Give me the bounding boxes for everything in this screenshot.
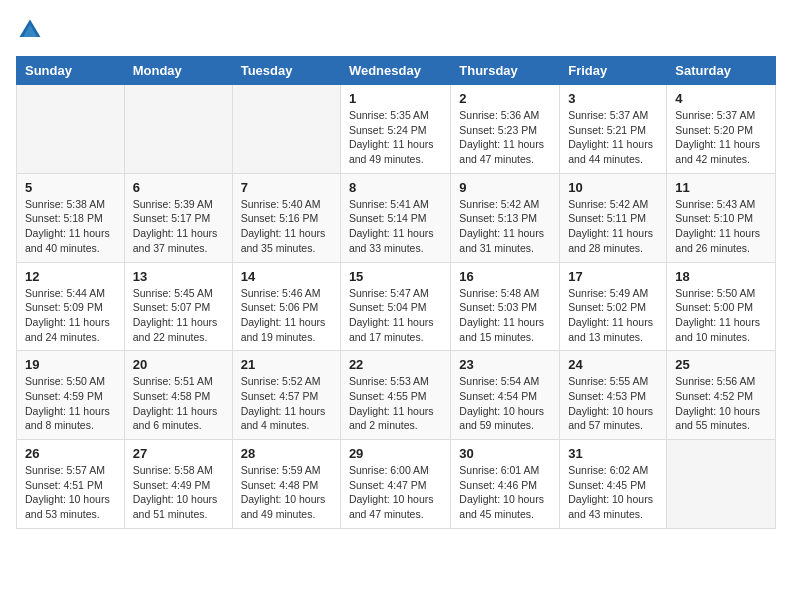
day-info: Sunrise: 5:48 AM Sunset: 5:03 PM Dayligh… [459,286,551,345]
calendar-cell: 23Sunrise: 5:54 AM Sunset: 4:54 PM Dayli… [451,351,560,440]
calendar-cell: 15Sunrise: 5:47 AM Sunset: 5:04 PM Dayli… [340,262,450,351]
day-number: 17 [568,269,658,284]
day-info: Sunrise: 6:00 AM Sunset: 4:47 PM Dayligh… [349,463,442,522]
day-info: Sunrise: 5:50 AM Sunset: 5:00 PM Dayligh… [675,286,767,345]
calendar-cell: 29Sunrise: 6:00 AM Sunset: 4:47 PM Dayli… [340,440,450,529]
calendar-cell: 26Sunrise: 5:57 AM Sunset: 4:51 PM Dayli… [17,440,125,529]
day-info: Sunrise: 5:35 AM Sunset: 5:24 PM Dayligh… [349,108,442,167]
calendar-cell: 25Sunrise: 5:56 AM Sunset: 4:52 PM Dayli… [667,351,776,440]
day-header-monday: Monday [124,57,232,85]
calendar-cell: 8Sunrise: 5:41 AM Sunset: 5:14 PM Daylig… [340,173,450,262]
calendar-cell: 1Sunrise: 5:35 AM Sunset: 5:24 PM Daylig… [340,85,450,174]
day-number: 7 [241,180,332,195]
day-info: Sunrise: 5:42 AM Sunset: 5:13 PM Dayligh… [459,197,551,256]
day-header-wednesday: Wednesday [340,57,450,85]
logo-icon [16,16,44,44]
calendar-cell: 9Sunrise: 5:42 AM Sunset: 5:13 PM Daylig… [451,173,560,262]
day-info: Sunrise: 5:50 AM Sunset: 4:59 PM Dayligh… [25,374,116,433]
day-number: 12 [25,269,116,284]
day-info: Sunrise: 5:59 AM Sunset: 4:48 PM Dayligh… [241,463,332,522]
calendar-table: SundayMondayTuesdayWednesdayThursdayFrid… [16,56,776,529]
calendar-cell [667,440,776,529]
calendar-cell: 20Sunrise: 5:51 AM Sunset: 4:58 PM Dayli… [124,351,232,440]
day-info: Sunrise: 5:38 AM Sunset: 5:18 PM Dayligh… [25,197,116,256]
day-info: Sunrise: 5:46 AM Sunset: 5:06 PM Dayligh… [241,286,332,345]
day-info: Sunrise: 5:54 AM Sunset: 4:54 PM Dayligh… [459,374,551,433]
day-number: 29 [349,446,442,461]
day-number: 22 [349,357,442,372]
day-info: Sunrise: 5:40 AM Sunset: 5:16 PM Dayligh… [241,197,332,256]
calendar-cell [124,85,232,174]
calendar-cell: 10Sunrise: 5:42 AM Sunset: 5:11 PM Dayli… [560,173,667,262]
day-info: Sunrise: 5:43 AM Sunset: 5:10 PM Dayligh… [675,197,767,256]
day-info: Sunrise: 5:36 AM Sunset: 5:23 PM Dayligh… [459,108,551,167]
calendar-cell: 16Sunrise: 5:48 AM Sunset: 5:03 PM Dayli… [451,262,560,351]
day-header-saturday: Saturday [667,57,776,85]
calendar-header-row: SundayMondayTuesdayWednesdayThursdayFrid… [17,57,776,85]
day-number: 4 [675,91,767,106]
calendar-week-2: 5Sunrise: 5:38 AM Sunset: 5:18 PM Daylig… [17,173,776,262]
calendar-week-4: 19Sunrise: 5:50 AM Sunset: 4:59 PM Dayli… [17,351,776,440]
calendar-cell: 30Sunrise: 6:01 AM Sunset: 4:46 PM Dayli… [451,440,560,529]
day-info: Sunrise: 5:45 AM Sunset: 5:07 PM Dayligh… [133,286,224,345]
day-info: Sunrise: 5:37 AM Sunset: 5:21 PM Dayligh… [568,108,658,167]
day-info: Sunrise: 5:53 AM Sunset: 4:55 PM Dayligh… [349,374,442,433]
calendar-cell: 4Sunrise: 5:37 AM Sunset: 5:20 PM Daylig… [667,85,776,174]
day-number: 11 [675,180,767,195]
day-number: 2 [459,91,551,106]
day-header-thursday: Thursday [451,57,560,85]
day-info: Sunrise: 5:52 AM Sunset: 4:57 PM Dayligh… [241,374,332,433]
day-number: 1 [349,91,442,106]
calendar-cell: 5Sunrise: 5:38 AM Sunset: 5:18 PM Daylig… [17,173,125,262]
day-info: Sunrise: 5:39 AM Sunset: 5:17 PM Dayligh… [133,197,224,256]
calendar-cell: 19Sunrise: 5:50 AM Sunset: 4:59 PM Dayli… [17,351,125,440]
calendar-cell: 14Sunrise: 5:46 AM Sunset: 5:06 PM Dayli… [232,262,340,351]
calendar-cell: 7Sunrise: 5:40 AM Sunset: 5:16 PM Daylig… [232,173,340,262]
day-number: 5 [25,180,116,195]
day-info: Sunrise: 6:01 AM Sunset: 4:46 PM Dayligh… [459,463,551,522]
day-info: Sunrise: 5:42 AM Sunset: 5:11 PM Dayligh… [568,197,658,256]
day-header-sunday: Sunday [17,57,125,85]
page-header [16,16,776,44]
calendar-cell: 31Sunrise: 6:02 AM Sunset: 4:45 PM Dayli… [560,440,667,529]
calendar-cell: 24Sunrise: 5:55 AM Sunset: 4:53 PM Dayli… [560,351,667,440]
day-number: 27 [133,446,224,461]
day-number: 30 [459,446,551,461]
day-number: 10 [568,180,658,195]
day-number: 25 [675,357,767,372]
day-info: Sunrise: 5:41 AM Sunset: 5:14 PM Dayligh… [349,197,442,256]
calendar-cell [17,85,125,174]
day-number: 20 [133,357,224,372]
calendar-cell: 2Sunrise: 5:36 AM Sunset: 5:23 PM Daylig… [451,85,560,174]
day-header-friday: Friday [560,57,667,85]
day-info: Sunrise: 5:49 AM Sunset: 5:02 PM Dayligh… [568,286,658,345]
day-header-tuesday: Tuesday [232,57,340,85]
calendar-cell: 27Sunrise: 5:58 AM Sunset: 4:49 PM Dayli… [124,440,232,529]
day-number: 15 [349,269,442,284]
calendar-cell: 6Sunrise: 5:39 AM Sunset: 5:17 PM Daylig… [124,173,232,262]
calendar-cell: 12Sunrise: 5:44 AM Sunset: 5:09 PM Dayli… [17,262,125,351]
day-number: 8 [349,180,442,195]
calendar-cell: 28Sunrise: 5:59 AM Sunset: 4:48 PM Dayli… [232,440,340,529]
calendar-cell [232,85,340,174]
day-number: 6 [133,180,224,195]
day-info: Sunrise: 5:47 AM Sunset: 5:04 PM Dayligh… [349,286,442,345]
day-info: Sunrise: 5:44 AM Sunset: 5:09 PM Dayligh… [25,286,116,345]
day-info: Sunrise: 5:56 AM Sunset: 4:52 PM Dayligh… [675,374,767,433]
day-number: 23 [459,357,551,372]
day-info: Sunrise: 5:37 AM Sunset: 5:20 PM Dayligh… [675,108,767,167]
day-number: 31 [568,446,658,461]
calendar-week-5: 26Sunrise: 5:57 AM Sunset: 4:51 PM Dayli… [17,440,776,529]
day-number: 14 [241,269,332,284]
day-number: 24 [568,357,658,372]
calendar-week-3: 12Sunrise: 5:44 AM Sunset: 5:09 PM Dayli… [17,262,776,351]
day-number: 19 [25,357,116,372]
calendar-cell: 22Sunrise: 5:53 AM Sunset: 4:55 PM Dayli… [340,351,450,440]
calendar-cell: 21Sunrise: 5:52 AM Sunset: 4:57 PM Dayli… [232,351,340,440]
day-number: 13 [133,269,224,284]
day-info: Sunrise: 5:58 AM Sunset: 4:49 PM Dayligh… [133,463,224,522]
day-info: Sunrise: 6:02 AM Sunset: 4:45 PM Dayligh… [568,463,658,522]
calendar-cell: 11Sunrise: 5:43 AM Sunset: 5:10 PM Dayli… [667,173,776,262]
day-number: 16 [459,269,551,284]
day-number: 3 [568,91,658,106]
